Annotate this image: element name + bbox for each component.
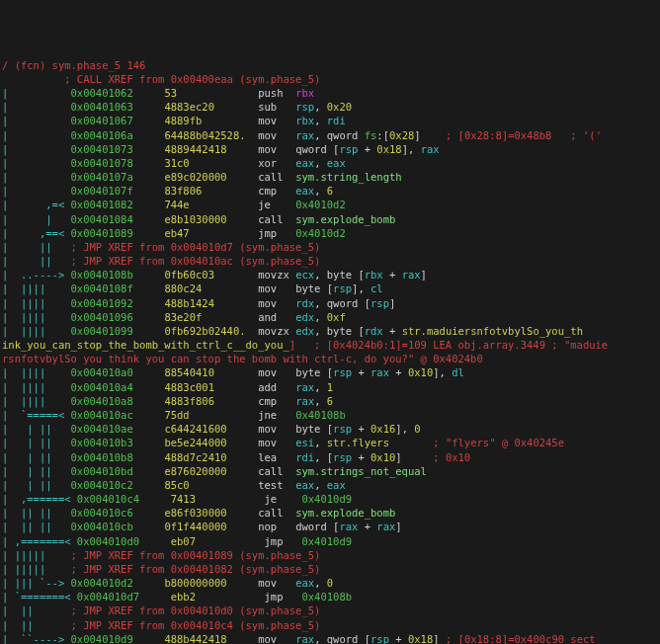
- address: 0x00401099: [71, 325, 133, 337]
- mnemonic: jne: [258, 409, 295, 421]
- address: 0x004010d0: [77, 535, 139, 547]
- mnemonic: movzx: [258, 325, 295, 337]
- instruction-line: | | 0x00401084 e8b1030000 call sym.explo…: [2, 212, 658, 226]
- bytes: 744e: [164, 199, 252, 210]
- address: 0x004010a0: [71, 366, 133, 378]
- address: 0x00401082: [71, 199, 133, 210]
- address: 0x004010c2: [71, 479, 133, 491]
- bytes: 85c0: [164, 479, 252, 491]
- instruction-line: | 0x00401062 53 push rbx: [2, 86, 658, 100]
- mnemonic: jmp: [265, 535, 302, 547]
- instruction-line: | ,=======< 0x004010d0 eb07 jmp 0x4010d9: [2, 534, 658, 548]
- instruction-line: | | || 0x004010bd e876020000 call sym.st…: [2, 464, 658, 478]
- bytes: 880c24: [164, 282, 252, 294]
- bytes: 0fb692b02440.: [164, 325, 252, 337]
- bytes: e89c020000: [164, 171, 252, 183]
- wrapped-comment: rsnfotvbylSo you think you can stop the …: [2, 352, 658, 365]
- bytes: 488b442418: [164, 633, 252, 644]
- mnemonic: xor: [258, 157, 295, 169]
- instruction-line: | |||| 0x004010a4 4883c001 add rax, 1: [2, 380, 658, 394]
- mnemonic: cmp: [258, 185, 295, 197]
- instruction-line: | | || 0x004010b8 488d7c2410 lea rdi, [r…: [2, 450, 658, 464]
- bytes: 4883c001: [164, 381, 252, 393]
- bytes: 488b1424: [164, 297, 252, 309]
- mnemonic: sub: [258, 101, 295, 113]
- xref: ; CALL XREF from 0x00400eaa (sym.phase_5…: [2, 72, 658, 86]
- instruction-line: | | || 0x004010c2 85c0 test eax, eax: [2, 478, 658, 492]
- mnemonic: jmp: [265, 591, 302, 603]
- address: 0x00401089: [71, 227, 133, 239]
- mnemonic: mov: [258, 577, 295, 589]
- address: 0x004010b3: [71, 437, 133, 448]
- address: 0x00401084: [71, 213, 133, 225]
- bytes: 488d7c2410: [164, 451, 252, 463]
- instruction-line: | |||| 0x00401096 83e20f and edx, 0xf: [2, 310, 658, 324]
- instruction-line: | |||| 0x0040108f 880c24 mov byte [rsp],…: [2, 282, 658, 295]
- mnemonic: call: [258, 171, 295, 183]
- bytes: 4883ec20: [164, 101, 252, 113]
- xref-line: | || ; JMP XREF from 0x004010d0 (sym.pha…: [2, 604, 658, 617]
- bytes: eb47: [164, 227, 252, 239]
- mnemonic: call: [258, 465, 295, 477]
- mnemonic: test: [258, 479, 295, 491]
- instruction-line: | 0x0040106a 64488b042528. mov rax, qwor…: [2, 128, 658, 142]
- bytes: 83f806: [164, 185, 252, 197]
- mnemonic: cmp: [258, 395, 295, 407]
- address: 0x004010c4: [77, 493, 139, 505]
- address: 0x0040108b: [71, 269, 133, 281]
- xref-line: | || ; JMP XREF from 0x004010ac (sym.pha…: [2, 254, 658, 268]
- mnemonic: mov: [258, 282, 295, 294]
- instruction-line: | ..----> 0x0040108b 0fb60c03 movzx ecx,…: [2, 268, 658, 282]
- bytes: 4889442418: [164, 143, 252, 155]
- bytes: c644241600: [164, 423, 252, 435]
- bytes: b800000000: [164, 577, 252, 589]
- comment: ; [0x18:8]=0x400c90 sect: [440, 633, 596, 644]
- address: 0x004010c6: [71, 507, 133, 519]
- mnemonic: movzx: [258, 269, 295, 281]
- bytes: 0f1f440000: [164, 521, 252, 532]
- instruction-line: | `=======< 0x004010d7 ebb2 jmp 0x40108b: [2, 590, 658, 604]
- bytes: 4883f806: [164, 395, 252, 407]
- bytes: eb07: [171, 535, 259, 547]
- instruction-line: | 0x00401067 4889fb mov rbx, rdi: [2, 114, 658, 127]
- bytes: e8b1030000: [164, 213, 252, 225]
- mnemonic: nop: [258, 521, 295, 532]
- address: 0x0040106a: [71, 129, 133, 141]
- comment: ; [0x28:8]=0x48b8 ; '(': [421, 129, 602, 141]
- xref-line: | || ; JMP XREF from 0x004010d7 (sym.pha…: [2, 240, 658, 254]
- instruction-line: | ``----> 0x004010d9 488b442418 mov rax,…: [2, 632, 658, 644]
- instruction-line: | 0x00401063 4883ec20 sub rsp, 0x20: [2, 100, 658, 114]
- mnemonic: mov: [258, 143, 295, 155]
- bytes: 0fb60c03: [164, 269, 252, 281]
- mnemonic: mov: [258, 423, 295, 435]
- instruction-line: | |||| 0x004010a8 4883f806 cmp rax, 6: [2, 394, 658, 408]
- mnemonic: mov: [258, 297, 295, 309]
- bytes: 75dd: [164, 409, 252, 421]
- mnemonic: call: [258, 213, 295, 225]
- bytes: be5e244000: [164, 437, 252, 448]
- instruction-line: | `=====< 0x004010ac 75dd jne 0x40108b: [2, 408, 658, 422]
- address: 0x0040108f: [71, 282, 133, 294]
- xref-line: | ||||| ; JMP XREF from 0x00401089 (sym.…: [2, 548, 658, 562]
- instruction-line: | ,=< 0x00401082 744e je 0x4010d2: [2, 198, 658, 211]
- address: 0x00401078: [71, 157, 133, 169]
- mnemonic: mov: [258, 437, 295, 448]
- mnemonic: add: [258, 381, 295, 393]
- bytes: 4889fb: [164, 115, 252, 126]
- bytes: e86f030000: [164, 507, 252, 519]
- address: 0x004010d7: [77, 591, 139, 603]
- bytes: ebb2: [171, 591, 259, 603]
- address: 0x00401092: [71, 297, 133, 309]
- address: 0x0040107a: [71, 171, 133, 183]
- mnemonic: call: [258, 507, 295, 519]
- instruction-line: | 0x0040107a e89c020000 call sym.string_…: [2, 170, 658, 184]
- bytes: 7413: [171, 493, 259, 505]
- instruction-line: | | || 0x004010b3 be5e244000 mov esi, st…: [2, 436, 658, 449]
- instruction-line: | |||| 0x00401099 0fb692b02440. movzx ed…: [2, 324, 658, 338]
- address: 0x00401067: [71, 115, 133, 126]
- disassembly-listing: / (fcn) sym.phase_5 146 ; CALL XREF from…: [2, 58, 658, 644]
- instruction-line: | ||| `--> 0x004010d2 b800000000 mov eax…: [2, 576, 658, 590]
- xref-line: | ||||| ; JMP XREF from 0x00401082 (sym.…: [2, 562, 658, 576]
- address: 0x004010a4: [71, 381, 133, 393]
- instruction-line: | 0x00401078 31c0 xor eax, eax: [2, 156, 658, 170]
